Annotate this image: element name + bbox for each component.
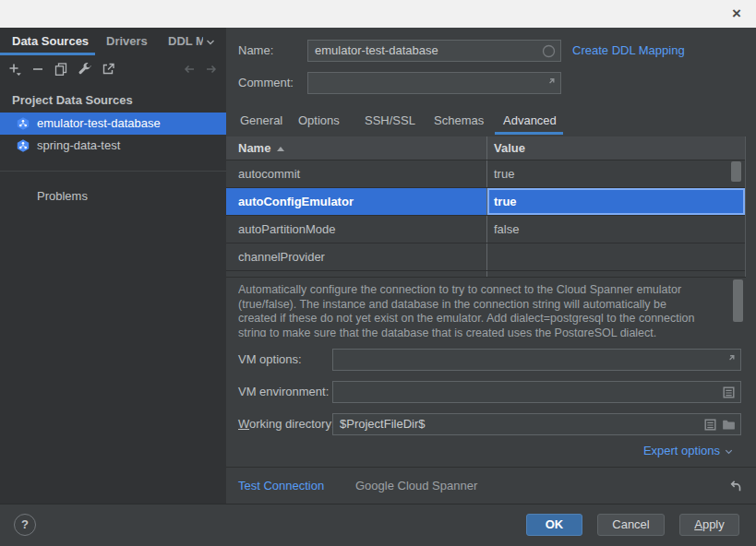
working-directory-label: Working directory: — [238, 413, 335, 435]
table-row[interactable]: channelProvider — [226, 243, 745, 271]
wrench-icon[interactable] — [78, 62, 92, 77]
sync-circle-icon[interactable] — [541, 43, 557, 59]
property-name: autocommit — [226, 160, 487, 187]
variables-list-icon[interactable] — [702, 417, 718, 433]
sort-asc-icon — [277, 147, 284, 151]
selected-tab-underline — [495, 132, 563, 135]
separator — [226, 467, 756, 468]
working-directory-value: $ProjectFileDir$ — [340, 417, 425, 431]
sidebar-item-problems[interactable]: Problems — [37, 186, 88, 207]
tabs-chevron-down-icon[interactable] — [205, 37, 216, 48]
create-ddl-mapping-link[interactable]: Create DDL Mapping — [572, 40, 685, 62]
property-value[interactable]: false — [487, 216, 745, 243]
tab-drivers[interactable]: Drivers — [106, 28, 148, 53]
remove-data-source-icon[interactable] — [30, 62, 45, 77]
expert-options-link[interactable]: Expert options — [643, 443, 734, 459]
tab-general[interactable]: General — [240, 109, 282, 132]
expand-icon[interactable] — [721, 352, 737, 368]
cloud-spanner-icon — [16, 138, 30, 153]
cancel-button[interactable]: Cancel — [597, 514, 665, 536]
forward-icon[interactable] — [204, 62, 219, 77]
property-name: autoPartitionMode — [226, 216, 487, 243]
undo-icon[interactable] — [727, 479, 743, 494]
close-icon[interactable]: × — [726, 3, 748, 25]
name-value: emulator-test-database — [315, 43, 438, 57]
help-icon[interactable]: ? — [14, 514, 36, 536]
data-source-label: spring-data-test — [37, 135, 120, 157]
tab-options[interactable]: Options — [298, 109, 340, 132]
table-header-row: Name Value — [226, 136, 745, 160]
property-description-text: Automatically configure the connection t… — [238, 283, 706, 337]
working-directory-input[interactable]: $ProjectFileDir$ — [332, 413, 741, 435]
property-description-panel: Automatically configure the connection t… — [226, 277, 746, 345]
table-row-selected[interactable]: autoConfigEmulator true — [226, 188, 745, 216]
property-value[interactable]: true — [487, 160, 745, 187]
sidebar-item-emulator-test-database[interactable]: emulator-test-database — [0, 113, 226, 135]
apply-button[interactable]: Apply — [679, 514, 739, 536]
data-source-label: emulator-test-database — [37, 113, 161, 135]
folder-browse-icon[interactable] — [721, 417, 737, 433]
property-value[interactable]: true — [487, 188, 745, 215]
test-connection-link[interactable]: Test Connection — [238, 473, 324, 499]
sidebar-divider — [0, 171, 226, 172]
tab-data-sources[interactable]: Data Sources — [12, 28, 89, 53]
table-row[interactable]: autocommit true — [226, 160, 745, 188]
variables-list-icon[interactable] — [721, 385, 737, 400]
dialog-titlebar: × — [0, 0, 756, 28]
sidebar: Data Sources Drivers DDL M — [0, 28, 226, 504]
table-row[interactable]: autoPartitionMode false — [226, 216, 745, 243]
sidebar-item-spring-data-test[interactable]: spring-data-test — [0, 135, 226, 157]
tab-schemas[interactable]: Schemas — [434, 109, 484, 132]
name-label: Name: — [238, 40, 273, 62]
property-name: autoConfigEmulator — [226, 188, 487, 215]
tab-ssh-ssl[interactable]: SSH/SSL — [365, 109, 415, 132]
add-data-source-icon[interactable] — [7, 62, 22, 77]
tab-ddl-mappings[interactable]: DDL M — [168, 28, 203, 53]
chevron-down-icon — [724, 446, 734, 457]
advanced-properties-table: Name Value autocommit true autoConfigEmu… — [226, 136, 746, 277]
back-icon[interactable] — [182, 62, 197, 77]
property-value[interactable] — [487, 243, 745, 270]
export-icon[interactable] — [101, 62, 115, 77]
table-scrollbar[interactable] — [731, 161, 741, 182]
column-header-name[interactable]: Name — [226, 136, 487, 160]
section-title-project-data-sources: Project Data Sources — [12, 93, 133, 107]
vm-environment-input[interactable] — [332, 381, 741, 403]
column-header-value[interactable]: Value — [487, 136, 745, 160]
duplicate-icon[interactable] — [54, 62, 68, 77]
main-panel: Name: emulator-test-database Create DDL … — [226, 28, 756, 504]
property-name: channelProvider — [226, 243, 487, 270]
driver-name-label: Google Cloud Spanner — [355, 473, 477, 499]
dialog-footer: ? OK Cancel Apply — [0, 504, 756, 546]
comment-input[interactable] — [307, 72, 561, 94]
tab-advanced[interactable]: Advanced — [503, 109, 557, 132]
comment-label: Comment: — [238, 72, 294, 94]
expand-icon[interactable] — [541, 76, 557, 91]
ok-button[interactable]: OK — [526, 514, 582, 536]
description-scrollbar[interactable] — [733, 279, 743, 322]
vm-options-label: VM options: — [238, 349, 302, 371]
data-sources-dialog: × Data Sources Drivers DDL M — [0, 0, 756, 546]
sidebar-toolbar — [0, 55, 226, 85]
vm-options-input[interactable] — [332, 349, 741, 371]
name-input[interactable]: emulator-test-database — [307, 40, 561, 62]
cloud-spanner-icon — [16, 116, 30, 131]
vm-environment-label: VM environment: — [238, 381, 329, 403]
